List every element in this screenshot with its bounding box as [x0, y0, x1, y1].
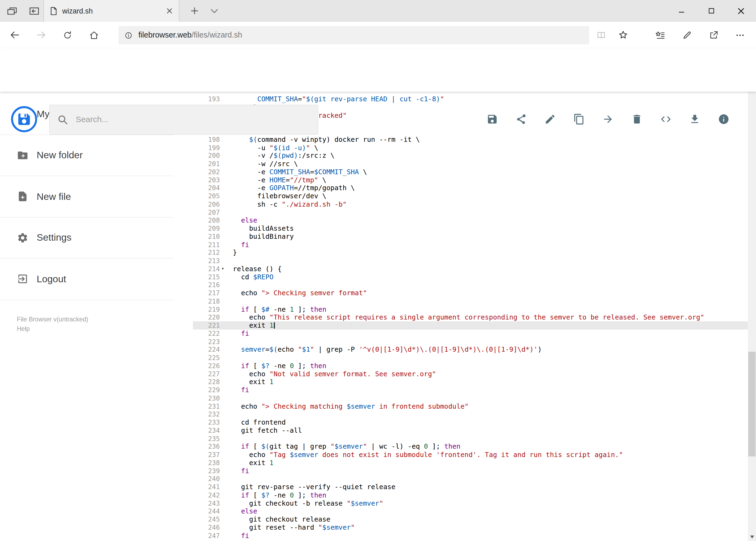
- show-tab-previews-icon[interactable]: [204, 0, 223, 22]
- line-number[interactable]: 222: [193, 329, 220, 337]
- code-line[interactable]: [233, 410, 748, 418]
- line-number[interactable]: 208: [193, 216, 220, 225]
- line-number[interactable]: 199: [193, 144, 220, 152]
- code-line[interactable]: cd $REPO: [233, 273, 748, 281]
- forward-icon[interactable]: [31, 22, 52, 48]
- maximize-button[interactable]: [696, 0, 726, 22]
- hub-favorites-icon[interactable]: [655, 29, 666, 41]
- code-line[interactable]: fi: [233, 241, 748, 249]
- code-line[interactable]: if [ $? -ne 0 ]; then: [233, 362, 748, 370]
- line-number[interactable]: 226: [193, 362, 220, 370]
- line-number[interactable]: 223: [193, 337, 220, 346]
- line-number[interactable]: 229: [193, 386, 220, 394]
- code-line[interactable]: else: [233, 216, 748, 225]
- code-line[interactable]: [233, 394, 748, 402]
- move-button[interactable]: [602, 114, 614, 125]
- line-number[interactable]: 246: [193, 523, 220, 532]
- scrollbar[interactable]: [748, 48, 756, 541]
- code-line[interactable]: git checkout -b release "$semver": [233, 499, 748, 507]
- code-line[interactable]: COMMIT_SHA="$(git rev-parse HEAD | cut -…: [233, 95, 748, 103]
- line-number[interactable]: 202: [193, 168, 220, 176]
- code-line[interactable]: fi: [233, 467, 748, 475]
- help-link[interactable]: Help: [17, 324, 89, 334]
- code-editor[interactable]: 193 COMMIT_SHA="$(git rev-parse HEAD | c…: [193, 92, 748, 541]
- line-number[interactable]: 210: [193, 233, 220, 241]
- tab-preview-panel-icon[interactable]: [27, 4, 42, 18]
- fold-arrow-icon[interactable]: ▾: [220, 265, 233, 273]
- code-line[interactable]: [233, 337, 748, 346]
- line-number[interactable]: 204: [193, 184, 220, 192]
- line-number[interactable]: 198: [193, 136, 220, 144]
- download-button[interactable]: [689, 114, 701, 125]
- line-number[interactable]: 193: [193, 95, 220, 103]
- code-line[interactable]: -e GOPATH=//tmp/gopath \: [233, 184, 748, 192]
- code-line[interactable]: -e COMMIT_SHA=$COMMIT_SHA \: [233, 168, 748, 176]
- sidebar-item-new-folder[interactable]: New folder: [0, 135, 173, 176]
- code-line[interactable]: [233, 208, 748, 216]
- line-number[interactable]: 231: [193, 402, 220, 410]
- code-line[interactable]: exit 1: [233, 321, 748, 329]
- code-line[interactable]: sh -c "./wizard.sh -b": [233, 200, 748, 208]
- code-line[interactable]: }: [233, 249, 748, 257]
- line-number[interactable]: 232: [193, 410, 220, 418]
- code-line[interactable]: -u "$(id -u)" \: [233, 144, 748, 152]
- code-line[interactable]: git rev-parse --verify --quiet release: [233, 483, 748, 491]
- line-number[interactable]: 216: [193, 281, 220, 289]
- tabs-set-aside-icon[interactable]: [5, 4, 19, 18]
- line-number[interactable]: 241: [193, 483, 220, 491]
- line-number[interactable]: 245: [193, 515, 220, 523]
- url-field[interactable]: filebrowser.web/files/wizard.sh: [119, 26, 589, 44]
- line-number[interactable]: 238: [193, 459, 220, 467]
- scroll-down-icon[interactable]: [748, 533, 756, 541]
- line-number[interactable]: 214: [193, 265, 220, 273]
- copy-button[interactable]: [573, 114, 585, 125]
- code-line[interactable]: exit 1: [233, 459, 748, 467]
- rename-button[interactable]: [544, 114, 556, 125]
- line-number[interactable]: 220: [193, 313, 220, 321]
- line-number[interactable]: 211: [193, 241, 220, 249]
- line-number[interactable]: 235: [193, 435, 220, 443]
- line-number[interactable]: 217: [193, 289, 220, 297]
- code-line[interactable]: [233, 353, 748, 362]
- code-line[interactable]: buildBinary: [233, 233, 748, 241]
- code-line[interactable]: git reset --hard "$semver": [233, 523, 748, 532]
- line-number[interactable]: 219: [193, 305, 220, 313]
- code-line[interactable]: $(command -v winpty) docker run --rm -it…: [233, 136, 748, 144]
- tab-close-icon[interactable]: [165, 7, 173, 15]
- reading-view-icon[interactable]: [596, 29, 607, 41]
- line-number[interactable]: 213: [193, 257, 220, 265]
- code-line[interactable]: [233, 281, 748, 289]
- code-line[interactable]: git fetch --all: [233, 426, 748, 435]
- line-number[interactable]: 225: [193, 353, 220, 362]
- line-number[interactable]: 205: [193, 192, 220, 200]
- code-line[interactable]: [233, 435, 748, 443]
- browser-tab[interactable]: wizard.sh: [44, 0, 179, 22]
- code-line[interactable]: fi: [233, 532, 748, 540]
- code-line[interactable]: echo "> Checking matching $semver in fro…: [233, 402, 748, 410]
- code-line[interactable]: exit 1: [233, 378, 748, 386]
- code-line[interactable]: if [ $(git tag | grep "$semver" | wc -l)…: [233, 443, 748, 451]
- line-number[interactable]: 209: [193, 225, 220, 233]
- code-line[interactable]: git checkout release: [233, 515, 748, 523]
- line-number[interactable]: 206: [193, 200, 220, 208]
- delete-button[interactable]: [631, 114, 642, 125]
- line-number[interactable]: 243: [193, 499, 220, 507]
- code-line[interactable]: semver=$(echo "$1" | grep -P '^v(0|[1-9]…: [233, 345, 748, 353]
- site-info-icon[interactable]: [125, 31, 132, 39]
- line-number[interactable]: 239: [193, 467, 220, 475]
- sidebar-item-new-file[interactable]: New file: [0, 176, 173, 218]
- code-line[interactable]: [233, 297, 748, 305]
- code-line[interactable]: echo "> Checking semver format": [233, 289, 748, 297]
- code-line[interactable]: else: [233, 507, 748, 515]
- info-button[interactable]: [718, 114, 730, 125]
- scrollbar-thumb[interactable]: [748, 352, 755, 456]
- line-number[interactable]: 242: [193, 491, 220, 499]
- line-number[interactable]: 215: [193, 273, 220, 281]
- favorite-star-icon[interactable]: [617, 29, 629, 41]
- line-number[interactable]: 227: [193, 370, 220, 378]
- line-number[interactable]: 228: [193, 378, 220, 386]
- line-number[interactable]: 203: [193, 176, 220, 184]
- sidebar-item-logout[interactable]: Logout: [0, 259, 173, 300]
- code-line[interactable]: -e HOME="//tmp" \: [233, 176, 748, 184]
- line-number[interactable]: 221: [193, 321, 220, 329]
